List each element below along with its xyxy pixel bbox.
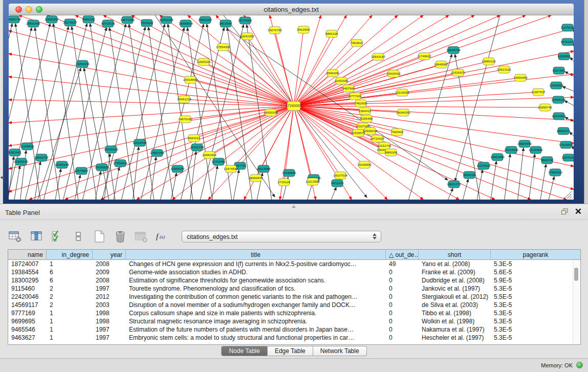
graph-node[interactable]: 18398814 bbox=[179, 20, 193, 27]
graph-node[interactable]: 17359924 bbox=[113, 160, 127, 167]
graph-node[interactable]: 16543187 bbox=[371, 53, 385, 60]
graph-node[interactable]: 12474932 bbox=[224, 165, 238, 172]
column-header-title[interactable]: title bbox=[126, 250, 386, 259]
close-panel-icon[interactable]: ✕ bbox=[575, 207, 582, 216]
graph-node[interactable]: 16880126 bbox=[482, 58, 496, 65]
table-row[interactable]: 969969511998Structural magnetic resonanc… bbox=[8, 317, 580, 325]
graph-node[interactable]: 9777169 bbox=[349, 93, 362, 100]
float-window-icon[interactable] bbox=[561, 208, 569, 215]
select-rows-icon[interactable] bbox=[50, 229, 65, 244]
graph-node[interactable]: 11825102 bbox=[197, 58, 211, 65]
graph-node[interactable]: 8813054 bbox=[220, 20, 232, 27]
table-panel-header[interactable]: Table Panel ✕ bbox=[0, 204, 588, 220]
graph-node[interactable]: 10655257 bbox=[45, 16, 59, 23]
graph-node[interactable]: 9227341 bbox=[553, 67, 565, 74]
graph-node[interactable]: 17554300 bbox=[216, 43, 230, 51]
graph-node[interactable]: 12323445 bbox=[133, 139, 147, 146]
graph-node[interactable]: 15824450 bbox=[517, 140, 532, 147]
column-header-year[interactable]: year bbox=[93, 250, 126, 259]
graph-node[interactable]: 14671355 bbox=[120, 16, 135, 24]
scrollbar-thumb[interactable] bbox=[574, 268, 578, 281]
graph-node[interactable]: 10553287 bbox=[198, 16, 212, 24]
table-row[interactable]: 1938455462009Genome-wide association stu… bbox=[8, 268, 580, 276]
graph-node[interactable]: 13942757 bbox=[34, 154, 49, 161]
column-header-out_degree[interactable]: △ out_de… bbox=[386, 250, 419, 259]
memory-ok-icon[interactable] bbox=[576, 362, 583, 368]
graph-node[interactable]: 21051246 bbox=[159, 16, 173, 24]
graph-node[interactable]: 9155498 bbox=[360, 115, 373, 122]
graph-node[interactable]: 9472100 bbox=[331, 180, 344, 187]
graph-node[interactable]: 12444134 bbox=[551, 96, 565, 103]
graph-node[interactable]: 10190820 bbox=[282, 169, 296, 177]
graph-node[interactable]: 20691406 bbox=[26, 20, 40, 27]
tab-network-table[interactable]: Network Table bbox=[313, 346, 367, 356]
graph-node[interactable]: 7625402 bbox=[391, 128, 404, 136]
table-header-row[interactable]: namein_degreeyeartitle△ out_de…shortpage… bbox=[8, 250, 580, 260]
graph-node[interactable]: 17016504 bbox=[559, 141, 573, 148]
graph-node[interactable]: 9694150 bbox=[463, 171, 476, 179]
graph-node[interactable]: 9860128 bbox=[325, 30, 338, 37]
graph-node[interactable]: 17240007 bbox=[286, 101, 301, 111]
graph-node[interactable]: 10200320 bbox=[104, 146, 118, 153]
graph-node[interactable]: 19166852 bbox=[357, 161, 372, 168]
graph-node[interactable]: 12160600 bbox=[529, 146, 543, 154]
graph-node[interactable]: 11175330 bbox=[561, 24, 574, 31]
graph-node[interactable]: 9643221 bbox=[188, 135, 201, 142]
splitter-handle-icon[interactable] bbox=[292, 205, 296, 208]
graph-node[interactable]: 23420042 bbox=[386, 70, 401, 77]
graph-node[interactable]: 17554310 bbox=[548, 169, 562, 176]
graph-node[interactable]: 16210643 bbox=[552, 113, 566, 120]
column-visibility-icon[interactable] bbox=[29, 229, 44, 244]
graph-node[interactable]: 11875330 bbox=[561, 154, 574, 161]
table-selector-dropdown[interactable]: citations_edges.txt bbox=[182, 231, 381, 243]
graph-node[interactable]: 9391541 bbox=[9, 149, 21, 156]
graph-node[interactable]: 12505135 bbox=[14, 158, 28, 165]
graph-node[interactable]: 16959974 bbox=[249, 174, 263, 182]
table-row[interactable]: 2242004622012Investigating the contribut… bbox=[8, 293, 580, 301]
graph-node[interactable]: 11749622 bbox=[417, 53, 431, 60]
graph-node[interactable]: 21053346 bbox=[75, 60, 90, 68]
table-scrollbar[interactable] bbox=[573, 260, 579, 344]
graph-node[interactable]: 9466160 bbox=[82, 16, 95, 23]
graph-node[interactable]: 9497568 bbox=[342, 85, 355, 92]
tab-edge-table[interactable]: Edge Table bbox=[268, 346, 313, 356]
graph-node[interactable]: 10481909 bbox=[202, 151, 216, 159]
graph-node[interactable]: 16648784 bbox=[446, 47, 461, 54]
graph-node[interactable]: 7515526 bbox=[141, 19, 154, 27]
graph-node[interactable]: 12151741 bbox=[377, 142, 391, 149]
graph-node[interactable]: 15751074 bbox=[560, 38, 574, 46]
graph-node[interactable]: 11741880 bbox=[211, 158, 226, 165]
graph-node[interactable]: 11007537 bbox=[531, 89, 546, 96]
graph-node[interactable]: 18300295 bbox=[264, 109, 278, 116]
table-row[interactable]: 977716911998Corpus callosum shape and si… bbox=[8, 309, 580, 317]
function-builder-icon[interactable]: f(x) bbox=[155, 229, 170, 244]
graph-node[interactable]: 16046392 bbox=[396, 109, 410, 116]
graph-node[interactable]: 21926972 bbox=[451, 69, 465, 76]
new-table-icon[interactable] bbox=[92, 229, 107, 244]
graph-node[interactable]: 15692971 bbox=[556, 127, 571, 135]
graph-node[interactable]: 7462608 bbox=[355, 100, 367, 107]
graph-node[interactable]: 20206526 bbox=[95, 164, 109, 171]
graph-node[interactable]: 15276027 bbox=[63, 19, 77, 26]
column-header-short[interactable]: short bbox=[419, 250, 491, 259]
graph-node[interactable]: 20418890 bbox=[183, 76, 198, 83]
graph-node[interactable]: 12042350 bbox=[240, 33, 254, 40]
graph-node[interactable]: 12213589 bbox=[306, 178, 320, 185]
graph-node[interactable]: 10958187 bbox=[170, 165, 185, 172]
table-row[interactable]: 1872400712008Changes of HCN gene express… bbox=[8, 260, 580, 268]
graph-node[interactable]: 7663822 bbox=[351, 39, 363, 47]
graph-node[interactable]: 11156829 bbox=[20, 143, 34, 150]
graph-node[interactable]: 9886306 bbox=[385, 149, 398, 156]
graph-node[interactable]: 9912954 bbox=[297, 26, 310, 33]
table-row[interactable]: 911546021997Tourette syndrome. Phenomeno… bbox=[8, 285, 580, 293]
row-height-icon[interactable] bbox=[71, 229, 86, 244]
graph-node[interactable]: 15958745 bbox=[538, 104, 552, 111]
column-header-in_degree[interactable]: in_degree bbox=[47, 250, 93, 259]
graph-node[interactable]: 16461860 bbox=[490, 154, 505, 161]
graph-node[interactable]: 10719155 bbox=[101, 20, 115, 27]
graph-node[interactable]: 17957254 bbox=[150, 149, 164, 157]
graph-node[interactable]: 12093583 bbox=[549, 82, 563, 89]
graph-node[interactable]: 11431690 bbox=[334, 77, 349, 84]
table-mode-icon[interactable] bbox=[8, 229, 23, 244]
delete-table-icon[interactable] bbox=[113, 229, 128, 244]
